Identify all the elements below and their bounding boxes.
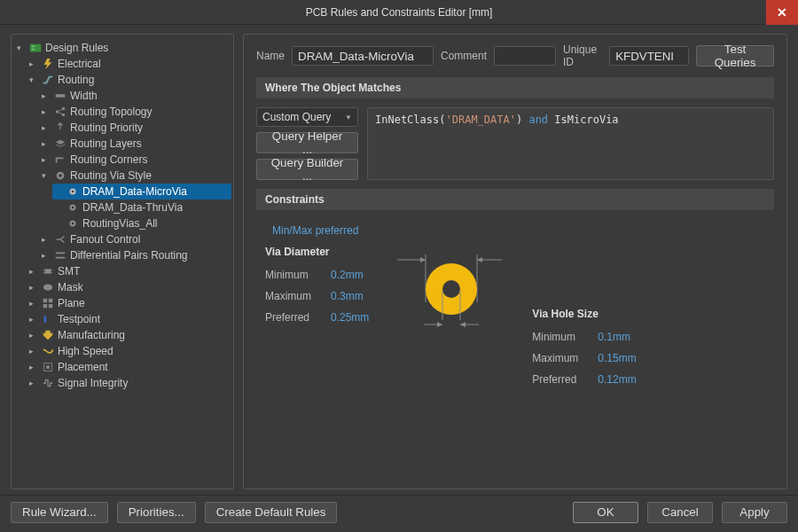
svg-rect-0 xyxy=(30,44,41,52)
rules-tree-panel: ▾ Design Rules ▸Electrical ▾Routing ▸Wid… xyxy=(11,34,234,489)
cancel-button[interactable]: Cancel xyxy=(647,502,713,523)
dialog-footer: Rule Wizard... Priorities... Create Defa… xyxy=(0,495,798,528)
tree-placement[interactable]: ▸Placement xyxy=(27,359,231,375)
max-label: Maximum xyxy=(265,290,322,302)
svg-rect-26 xyxy=(46,365,50,369)
tree-high-speed[interactable]: ▸High Speed xyxy=(27,343,231,359)
tree-width[interactable]: ▸Width xyxy=(40,88,231,104)
tree-routing-topology[interactable]: ▸Routing Topology xyxy=(40,104,231,120)
hole-pref-value[interactable]: 0.12mm xyxy=(598,373,636,386)
svg-point-20 xyxy=(43,285,53,291)
expand-icon: ▸ xyxy=(29,359,38,375)
collapse-icon: ▾ xyxy=(42,168,51,184)
dia-max-value[interactable]: 0.3mm xyxy=(331,290,364,302)
width-icon xyxy=(54,90,66,102)
hole-max-value[interactable]: 0.15mm xyxy=(598,352,636,364)
mask-icon xyxy=(42,281,54,293)
constraints-section-header: Constraints xyxy=(256,189,774,210)
close-button[interactable]: ✕ xyxy=(766,0,798,25)
tree-routing-via-style[interactable]: ▾Routing Via Style xyxy=(40,168,231,184)
placement-icon xyxy=(42,361,54,373)
svg-point-14 xyxy=(72,223,74,225)
close-icon: ✕ xyxy=(777,5,787,20)
min-label: Minimum xyxy=(532,331,589,343)
tree-routing-layers[interactable]: ▸Routing Layers xyxy=(40,136,231,152)
query-text-input[interactable]: InNetClass('DRAM_DATA') and IsMicroVia xyxy=(367,107,774,180)
constraints-body: Min/Max preferred Via Diameter Minimum0.… xyxy=(256,219,774,389)
comment-input[interactable] xyxy=(494,46,556,66)
svg-point-32 xyxy=(442,280,460,298)
tree-electrical[interactable]: ▸Electrical xyxy=(27,56,231,72)
dia-pref-value[interactable]: 0.25mm xyxy=(331,311,369,324)
uid-input[interactable] xyxy=(609,46,689,66)
max-label: Maximum xyxy=(532,352,589,364)
query-builder-button[interactable]: Query Builder ... xyxy=(256,159,358,180)
expand-icon: ▸ xyxy=(42,104,51,120)
ok-button[interactable]: OK xyxy=(573,502,638,523)
expand-icon: ▸ xyxy=(29,311,38,327)
tree-smt[interactable]: ▸SMT xyxy=(27,263,231,279)
routing-icon xyxy=(42,74,54,86)
apply-button[interactable]: Apply xyxy=(722,502,787,523)
tree-manufacturing[interactable]: ▸Manufacturing xyxy=(27,327,231,343)
electrical-icon xyxy=(42,58,54,70)
tree-routing[interactable]: ▾Routing xyxy=(27,72,231,88)
rule-wizard-button[interactable]: Rule Wizard... xyxy=(11,502,108,523)
svg-point-10 xyxy=(72,191,74,193)
svg-rect-16 xyxy=(43,270,45,270)
comment-label: Comment xyxy=(441,50,487,62)
tree-plane[interactable]: ▸Plane xyxy=(27,295,231,311)
via-diameter-title: Via Diameter xyxy=(265,246,369,258)
rules-tree[interactable]: ▾ Design Rules ▸Electrical ▾Routing ▸Wid… xyxy=(13,40,231,391)
min-label: Minimum xyxy=(265,269,322,281)
expand-icon: ▸ xyxy=(42,136,51,152)
tree-rule-dram-microvia[interactable]: DRAM_Data-MicroVia xyxy=(52,184,231,200)
tree-root-design-rules[interactable]: ▾ Design Rules xyxy=(15,40,231,56)
svg-rect-1 xyxy=(32,45,35,47)
query-helper-button[interactable]: Query Helper ... xyxy=(256,132,358,153)
tree-testpoint[interactable]: ▸Testpoint xyxy=(27,311,231,327)
si-icon xyxy=(42,377,54,389)
svg-rect-17 xyxy=(43,272,45,273)
rule-editor-panel: Name Comment Unique ID Test Queries Wher… xyxy=(243,34,787,489)
expand-icon: ▸ xyxy=(29,279,38,295)
svg-rect-2 xyxy=(32,49,35,51)
expand-icon: ▸ xyxy=(29,295,38,311)
expand-icon: ▸ xyxy=(42,152,51,168)
hole-min-value[interactable]: 0.1mm xyxy=(598,331,630,343)
svg-rect-3 xyxy=(56,94,66,98)
create-default-rules-button[interactable]: Create Default Rules xyxy=(205,502,338,523)
dia-min-value[interactable]: 0.2mm xyxy=(331,269,364,281)
tree-diff-pairs[interactable]: ▸Differential Pairs Routing xyxy=(40,247,231,263)
tree-mask[interactable]: ▸Mask xyxy=(27,279,231,295)
priorities-button[interactable]: Priorities... xyxy=(117,502,196,523)
pref-label: Preferred xyxy=(532,373,589,386)
svg-rect-21 xyxy=(43,299,47,302)
expand-icon: ▸ xyxy=(29,263,38,279)
tree-routing-corners[interactable]: ▸Routing Corners xyxy=(40,152,231,168)
tree-signal-integrity[interactable]: ▸Signal Integrity xyxy=(27,375,231,391)
rule-icon xyxy=(66,217,79,230)
tree-rule-dram-thruvia[interactable]: DRAM_Data-ThruVia xyxy=(52,200,231,215)
collapse-icon: ▾ xyxy=(29,72,38,88)
test-queries-button[interactable]: Test Queries xyxy=(696,45,774,66)
svg-point-8 xyxy=(59,174,62,177)
tree-fanout-control[interactable]: ▸Fanout Control xyxy=(40,231,231,247)
minmax-preferred-link[interactable]: Min/Max preferred xyxy=(265,223,765,239)
scope-dropdown[interactable]: Custom Query ▼ xyxy=(256,107,358,127)
diffpairs-icon xyxy=(54,249,66,262)
tree-routing-priority[interactable]: ▸Routing Priority xyxy=(40,120,231,136)
topology-icon xyxy=(54,106,66,118)
highspeed-icon xyxy=(42,345,54,357)
name-input[interactable] xyxy=(292,46,434,66)
svg-rect-22 xyxy=(49,299,52,302)
svg-rect-24 xyxy=(49,304,52,308)
via-diameter-column: Via Diameter Minimum0.2mm Maximum0.3mm P… xyxy=(265,246,369,324)
fanout-icon xyxy=(54,233,66,246)
expand-icon: ▸ xyxy=(29,343,38,359)
tree-rule-routingvias-all[interactable]: RoutingVias_All xyxy=(52,215,231,231)
titlebar: PCB Rules and Constraints Editor [mm] ✕ xyxy=(0,0,798,25)
rules-root-icon xyxy=(29,42,42,54)
expand-icon: ▸ xyxy=(42,247,51,263)
rule-icon xyxy=(66,201,79,214)
